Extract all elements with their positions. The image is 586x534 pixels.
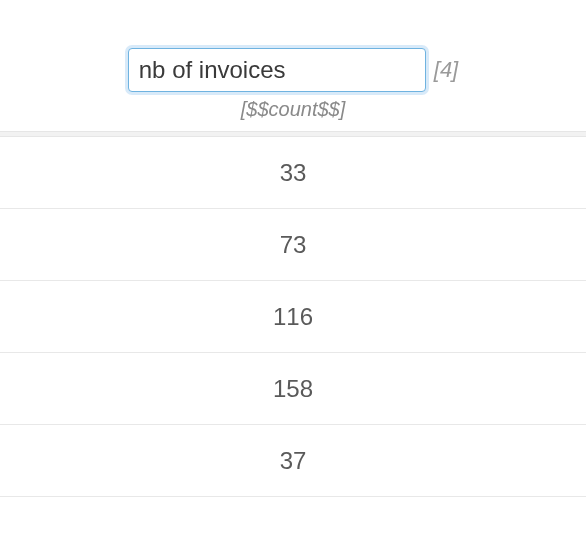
table-row: 158 xyxy=(0,353,586,425)
table-row: 33 xyxy=(0,137,586,209)
column-index-tag: [4] xyxy=(434,57,458,83)
column-title-input[interactable] xyxy=(128,48,426,92)
table-row: 37 xyxy=(0,425,586,497)
table-row: 116 xyxy=(0,281,586,353)
column-header: [4] [$$count$$] xyxy=(0,0,586,131)
column-expression-tag: [$$count$$] xyxy=(0,98,586,121)
table-row: 73 xyxy=(0,209,586,281)
title-row: [4] xyxy=(0,48,586,92)
